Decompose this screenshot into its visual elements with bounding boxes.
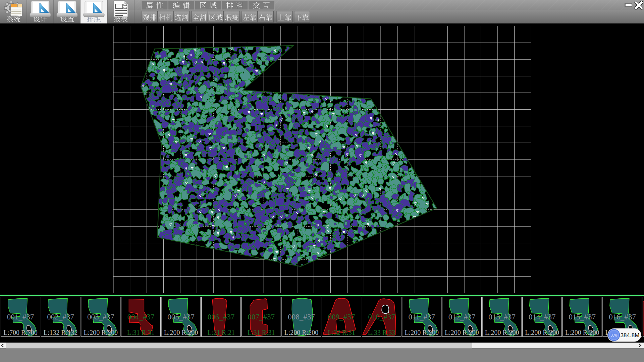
svg-text:014_#37: 014_#37 [529,313,556,321]
svg-text:007_#37: 007_#37 [248,313,275,321]
svg-text:L:31 R:31: L:31 R:31 [248,329,275,336]
svg-text:L:200 R:200: L:200 R:200 [485,329,519,336]
svg-text:013_#37: 013_#37 [488,313,516,321]
svg-text:L:200 R:200: L:200 R:200 [565,329,599,336]
svg-text:002_#37: 002_#37 [47,313,74,321]
svg-text:015_#37: 015_#37 [569,313,596,321]
svg-text:006_#37: 006_#37 [208,313,235,321]
svg-text:005_#37: 005_#37 [167,313,195,321]
svg-text:012_#37: 012_#37 [448,313,476,321]
svg-text:004_#37: 004_#37 [127,313,155,321]
svg-text:L:200 R:200: L:200 R:200 [164,329,198,336]
svg-text:L:200 R:200: L:200 R:200 [405,329,439,336]
svg-text:L:200 R:200: L:200 R:200 [284,329,319,336]
svg-text:L:32 R:31: L:32 R:31 [328,329,355,336]
svg-text:L:700 R:700: L:700 R:700 [3,329,38,336]
svg-text:009_#37: 009_#37 [328,313,355,321]
svg-text:003_#37: 003_#37 [87,313,114,321]
svg-text:L:21 R:21: L:21 R:21 [207,329,235,336]
svg-text:016_#37: 016_#37 [609,313,636,321]
svg-text:010_#37: 010_#37 [368,313,395,321]
svg-text:L:33 R:33: L:33 R:33 [368,329,395,336]
svg-text:008_#37: 008_#37 [288,313,315,321]
svg-text:L:31 R:31: L:31 R:31 [127,329,155,336]
svg-text:001_#37: 001_#37 [7,313,34,321]
svg-text:L:132 R:132: L:132 R:132 [44,329,78,336]
svg-text:L:200 R:200: L:200 R:200 [445,329,479,336]
svg-text:384.8M: 384.8M [621,332,640,339]
svg-text:L:200 R:200: L:200 R:200 [84,329,118,336]
svg-text:011_#37: 011_#37 [408,313,435,321]
svg-text:L:200 R:200: L:200 R:200 [525,329,559,336]
svg-text:38%: 38% [610,334,617,337]
